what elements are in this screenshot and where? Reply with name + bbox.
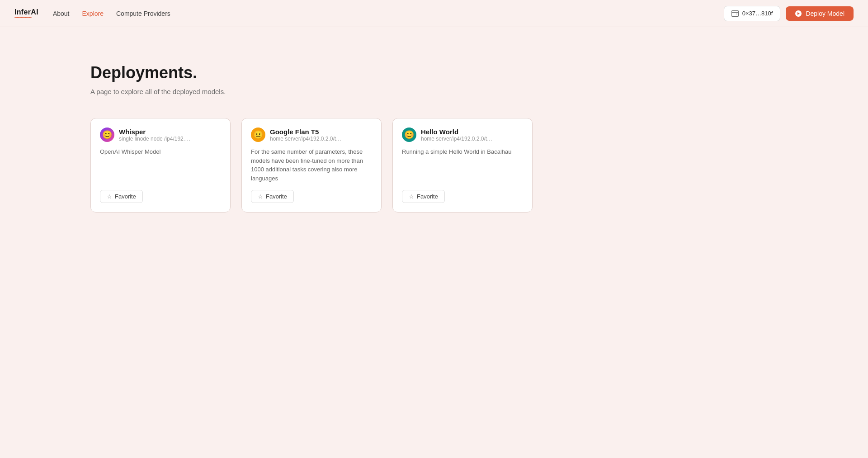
star-icon-hello: ☆	[409, 193, 414, 200]
page-title: Deployments.	[90, 63, 778, 82]
deploy-model-button[interactable]: Deploy Model	[786, 6, 854, 21]
favorite-button-hello[interactable]: ☆ Favorite	[402, 190, 445, 203]
wallet-address: 0×37…810f	[742, 10, 773, 17]
nav-explore[interactable]: Explore	[82, 10, 104, 17]
deploy-button-label: Deploy Model	[806, 10, 844, 17]
card-endpoint-flan: home server/ip4/192.0.2.0/tcp/	[270, 136, 342, 142]
main-header: InferAI About Explore Compute Providers …	[0, 0, 868, 27]
logo[interactable]: InferAI	[14, 8, 38, 19]
star-icon-whisper: ☆	[107, 193, 112, 200]
star-icon-flan: ☆	[258, 193, 263, 200]
deploy-icon	[795, 10, 802, 17]
avatar-flan: 😐	[251, 127, 265, 142]
card-description-flan: For the same number of parameters, these…	[251, 147, 372, 183]
card-header-flan: 😐 Google Flan T5 home server/ip4/192.0.2…	[251, 127, 372, 142]
card-description-whisper: OpenAI Whisper Model	[100, 147, 221, 156]
card-header-whisper: 😊 Whisper single linode node /ip4/192.16…	[100, 127, 221, 142]
model-card-flan[interactable]: 😐 Google Flan T5 home server/ip4/192.0.2…	[241, 118, 382, 212]
nav-about[interactable]: About	[53, 10, 70, 17]
card-title-whisper: Whisper	[119, 128, 191, 136]
page-subtitle: A page to explore all of the deployed mo…	[90, 88, 778, 95]
logo-wave-icon	[14, 16, 32, 19]
model-cards-grid: 😊 Whisper single linode node /ip4/192.16…	[90, 118, 778, 212]
model-card-whisper[interactable]: 😊 Whisper single linode node /ip4/192.16…	[90, 118, 231, 212]
card-header-hello: 😊 Hello World home server/ip4/192.0.2.0/…	[402, 127, 523, 142]
card-endpoint-whisper: single linode node /ip4/192.168.56.1/ud	[119, 136, 191, 142]
favorite-button-whisper[interactable]: ☆ Favorite	[100, 190, 143, 203]
wallet-icon	[731, 10, 739, 17]
nav-right: 0×37…810f Deploy Model	[724, 6, 854, 21]
favorite-label-flan: Favorite	[266, 193, 287, 200]
model-card-hello[interactable]: 😊 Hello World home server/ip4/192.0.2.0/…	[392, 118, 533, 212]
card-endpoint-hello: home server/ip4/192.0.2.0/tcp/6175	[421, 136, 493, 142]
avatar-hello: 😊	[402, 127, 416, 142]
main-content: Deployments. A page to explore all of th…	[0, 27, 868, 240]
logo-text: InferAI	[14, 8, 38, 16]
favorite-label-whisper: Favorite	[115, 193, 136, 200]
card-title-group-whisper: Whisper single linode node /ip4/192.168.…	[119, 128, 191, 142]
card-description-hello: Running a simple Hello World in Bacalhau	[402, 147, 523, 156]
nav-left: InferAI About Explore Compute Providers	[14, 8, 170, 19]
card-title-group-hello: Hello World home server/ip4/192.0.2.0/tc…	[421, 128, 493, 142]
wallet-button[interactable]: 0×37…810f	[724, 6, 781, 21]
favorite-button-flan[interactable]: ☆ Favorite	[251, 190, 294, 203]
card-title-hello: Hello World	[421, 128, 493, 136]
card-title-group-flan: Google Flan T5 home server/ip4/192.0.2.0…	[270, 128, 342, 142]
main-nav: About Explore Compute Providers	[53, 10, 170, 17]
avatar-whisper: 😊	[100, 127, 114, 142]
card-title-flan: Google Flan T5	[270, 128, 342, 136]
favorite-label-hello: Favorite	[417, 193, 438, 200]
nav-compute-providers[interactable]: Compute Providers	[116, 10, 170, 17]
